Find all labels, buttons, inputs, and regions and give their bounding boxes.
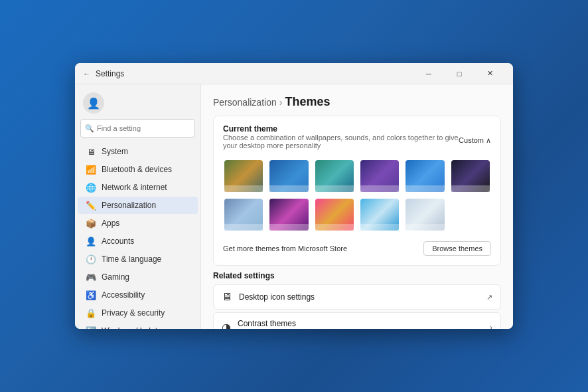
personalization-icon: ✏️ [86,200,96,211]
sidebar-item-label: Privacy & security [102,308,165,318]
theme-taskbar [224,224,263,231]
gaming-icon: 🎮 [86,272,96,282]
desktop-icon-text: Desktop icon settings [239,292,480,302]
window-title: Settings [96,69,413,78]
search-box[interactable]: 🔍 [80,119,195,138]
theme-taskbar [224,185,263,192]
sidebar-item-system[interactable]: 🖥 System [78,143,198,160]
sidebar-item-label: Gaming [102,272,129,282]
theme-item[interactable] [223,197,264,232]
accounts-icon: 👤 [86,236,96,246]
window-controls: ─ □ ✕ [413,63,505,84]
sidebar-item-time[interactable]: 🕐 Time & language [78,250,198,268]
theme-taskbar [360,185,399,192]
desktop-icon: 🖥 [222,291,232,303]
theme-item[interactable] [268,159,309,193]
related-settings: Related settings 🖥 Desktop icon settings… [213,271,501,329]
privacy-icon: 🔒 [86,308,96,318]
maximize-button[interactable]: □ [444,63,475,84]
theme-taskbar [360,224,399,231]
themes-grid [223,159,491,232]
sidebar-item-label: Time & language [102,254,161,264]
sidebar-item-label: Network & internet [102,183,167,192]
theme-thumbnail [360,199,399,231]
chevron-right-icon: › [490,323,492,330]
breadcrumb-separator: › [279,97,283,108]
theme-thumbnail [269,160,308,192]
theme-item[interactable] [314,159,355,193]
section-title: Current theme [223,124,459,134]
close-button[interactable]: ✕ [475,63,505,84]
settings-window: ← Settings ─ □ ✕ 👤 🔍 🖥 System 📶 Bluet [75,63,513,329]
breadcrumb-current: Themes [285,95,330,109]
sidebar-item-label: Apps [102,219,119,228]
desktop-icon-title: Desktop icon settings [239,292,480,302]
sidebar-item-network[interactable]: 🌐 Network & internet [78,179,198,196]
section-desc: Choose a combination of wallpapers, soun… [223,134,459,149]
theme-thumbnail [405,160,444,192]
browse-themes-button[interactable]: Browse themes [423,241,491,256]
sidebar-item-label: Bluetooth & devices [102,165,172,174]
theme-taskbar [269,185,308,192]
theme-thumbnail [451,160,490,192]
section-header: Current theme Choose a combination of wa… [223,124,491,156]
breadcrumb-parent[interactable]: Personalization [213,97,277,108]
sidebar-item-label: Windows Update [102,326,162,329]
theme-taskbar [405,185,444,192]
contrast-text: Contrast themes Color themes for low vis… [238,319,483,329]
theme-badge[interactable]: Custom ∧ [459,136,491,145]
theme-thumbnail [360,160,399,192]
badge-label: Custom [459,136,484,144]
bluetooth-icon: 📶 [86,164,96,175]
sidebar-item-gaming[interactable]: 🎮 Gaming [78,268,198,286]
theme-item[interactable] [450,159,491,193]
time-icon: 🕐 [86,254,96,264]
accessibility-icon: ♿ [86,290,96,300]
avatar: 👤 [83,92,104,114]
sidebar-item-label: Personalization [102,201,156,210]
theme-item[interactable] [404,197,445,232]
theme-thumbnail [269,199,308,231]
external-link-icon: ↗ [486,293,492,302]
sidebar-item-privacy[interactable]: 🔒 Privacy & security [78,304,198,322]
sidebar-item-accounts[interactable]: 👤 Accounts [78,233,198,250]
contrast-icon: ◑ [222,321,231,329]
theme-thumbnail [224,199,263,231]
minimize-button[interactable]: ─ [413,63,444,84]
sidebar-item-bluetooth[interactable]: 📶 Bluetooth & devices [78,161,198,178]
sidebar-item-accessibility[interactable]: ♿ Accessibility [78,286,198,304]
theme-item[interactable] [268,197,309,232]
theme-item[interactable] [314,197,355,232]
sidebar-item-label: Accounts [102,237,134,246]
sidebar: 👤 🔍 🖥 System 📶 Bluetooth & devices 🌐 Net… [75,84,201,329]
theme-taskbar [315,185,354,192]
store-text: Get more themes from Microsoft Store [223,245,347,252]
avatar-icon: 👤 [87,97,100,110]
window-content: 👤 🔍 🖥 System 📶 Bluetooth & devices 🌐 Net… [75,84,513,329]
theme-item[interactable] [223,159,264,193]
back-button[interactable]: ← [83,70,90,78]
theme-thumbnail [315,160,354,192]
apps-icon: 📦 [86,218,96,229]
sidebar-item-label: Accessibility [102,290,145,300]
sidebar-item-apps[interactable]: 📦 Apps [78,215,198,232]
network-icon: 🌐 [86,182,96,193]
contrast-desc: Color themes for low vision, light sensi… [238,328,483,329]
theme-taskbar [451,185,490,192]
titlebar: ← Settings ─ □ ✕ [75,63,513,84]
search-input[interactable] [97,124,190,132]
theme-item[interactable] [359,159,400,193]
badge-chevron: ∧ [486,136,491,145]
main-content: Personalization › Themes Current theme C… [201,84,513,329]
theme-taskbar [405,224,444,231]
sidebar-item-personalization[interactable]: ✏️ Personalization [78,197,198,214]
contrast-themes-item[interactable]: ◑ Contrast themes Color themes for low v… [213,312,501,329]
sidebar-item-update[interactable]: 🔄 Windows Update [78,322,198,329]
sidebar-item-label: System [102,147,128,156]
contrast-title: Contrast themes [238,319,483,328]
theme-item[interactable] [359,197,400,232]
update-icon: 🔄 [86,326,96,329]
desktop-icon-settings-item[interactable]: 🖥 Desktop icon settings ↗ [213,284,501,310]
theme-item[interactable] [404,159,445,193]
related-settings-title: Related settings [213,271,501,280]
